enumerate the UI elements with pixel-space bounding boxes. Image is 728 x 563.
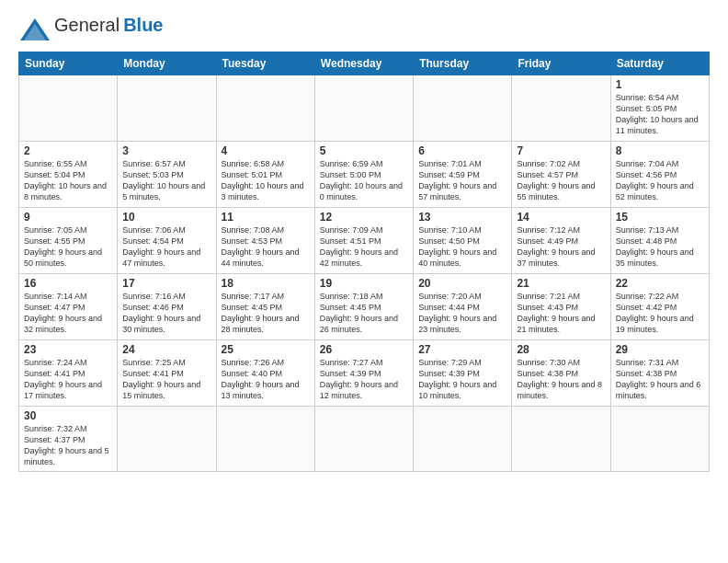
day-info: Sunrise: 6:55 AM Sunset: 5:04 PM Dayligh… — [24, 158, 112, 203]
calendar-day-cell: 17Sunrise: 7:16 AM Sunset: 4:46 PM Dayli… — [118, 274, 216, 340]
calendar-day-cell: 9Sunrise: 7:05 AM Sunset: 4:55 PM Daylig… — [19, 208, 118, 274]
day-info: Sunrise: 7:22 AM Sunset: 4:42 PM Dayligh… — [616, 291, 704, 336]
day-info: Sunrise: 7:12 AM Sunset: 4:49 PM Dayligh… — [517, 224, 605, 270]
calendar-day-cell: 5Sunrise: 6:59 AM Sunset: 5:00 PM Daylig… — [314, 142, 413, 208]
calendar-day-cell: 13Sunrise: 7:10 AM Sunset: 4:50 PM Dayli… — [414, 208, 512, 274]
day-number: 11 — [222, 211, 310, 224]
logo-blue: Blue — [123, 15, 163, 36]
day-number: 12 — [320, 211, 408, 224]
day-info: Sunrise: 7:05 AM Sunset: 4:55 PM Dayligh… — [24, 224, 112, 270]
day-info: Sunrise: 7:32 AM Sunset: 4:37 PM Dayligh… — [24, 423, 112, 468]
day-info: Sunrise: 7:02 AM Sunset: 4:57 PM Dayligh… — [517, 158, 605, 203]
day-number: 14 — [517, 211, 605, 224]
weekday-header-wednesday: Wednesday — [314, 52, 413, 75]
calendar-day-cell: 28Sunrise: 7:30 AM Sunset: 4:38 PM Dayli… — [512, 340, 610, 407]
day-number: 5 — [320, 144, 408, 157]
day-info: Sunrise: 6:59 AM Sunset: 5:00 PM Dayligh… — [320, 158, 408, 203]
day-info: Sunrise: 7:13 AM Sunset: 4:48 PM Dayligh… — [616, 224, 704, 270]
calendar-table: SundayMondayTuesdayWednesdayThursdayFrid… — [18, 52, 710, 472]
day-info: Sunrise: 7:26 AM Sunset: 4:40 PM Dayligh… — [222, 357, 310, 402]
weekday-header-thursday: Thursday — [414, 52, 512, 75]
page: General Blue SundayMondayTuesdayWednesda… — [0, 0, 728, 563]
calendar-day-cell: 18Sunrise: 7:17 AM Sunset: 4:45 PM Dayli… — [216, 274, 314, 340]
logo-text-area: General Blue — [54, 15, 164, 36]
calendar-week-row: 1Sunrise: 6:54 AM Sunset: 5:05 PM Daylig… — [19, 75, 710, 142]
logo-wrapper: General Blue — [18, 15, 164, 42]
calendar-day-cell: 12Sunrise: 7:09 AM Sunset: 4:51 PM Dayli… — [314, 208, 413, 274]
weekday-header-saturday: Saturday — [610, 52, 709, 75]
calendar-day-cell: 14Sunrise: 7:12 AM Sunset: 4:49 PM Dayli… — [512, 208, 610, 274]
day-info: Sunrise: 7:21 AM Sunset: 4:43 PM Dayligh… — [517, 291, 605, 336]
day-info: Sunrise: 7:04 AM Sunset: 4:56 PM Dayligh… — [616, 158, 704, 203]
day-number: 9 — [24, 211, 112, 224]
day-info: Sunrise: 7:18 AM Sunset: 4:45 PM Dayligh… — [320, 291, 408, 336]
day-number: 16 — [24, 277, 112, 290]
calendar-day-cell — [216, 75, 314, 142]
day-number: 24 — [122, 343, 210, 356]
day-info: Sunrise: 7:16 AM Sunset: 4:46 PM Dayligh… — [122, 291, 210, 336]
calendar-day-cell: 21Sunrise: 7:21 AM Sunset: 4:43 PM Dayli… — [512, 274, 610, 340]
day-number: 2 — [24, 144, 112, 157]
day-number: 6 — [418, 144, 506, 157]
calendar-week-row: 30Sunrise: 7:32 AM Sunset: 4:37 PM Dayli… — [19, 407, 710, 472]
day-info: Sunrise: 7:01 AM Sunset: 4:59 PM Dayligh… — [418, 158, 506, 203]
logo-general: General — [54, 15, 119, 36]
day-number: 22 — [616, 277, 704, 290]
day-number: 29 — [616, 343, 704, 356]
day-info: Sunrise: 7:17 AM Sunset: 4:45 PM Dayligh… — [222, 291, 310, 336]
weekday-header-tuesday: Tuesday — [216, 52, 314, 75]
calendar-day-cell: 2Sunrise: 6:55 AM Sunset: 5:04 PM Daylig… — [19, 142, 118, 208]
calendar-day-cell — [19, 75, 118, 142]
calendar-day-cell: 7Sunrise: 7:02 AM Sunset: 4:57 PM Daylig… — [512, 142, 610, 208]
day-number: 30 — [24, 409, 112, 422]
calendar-day-cell — [414, 407, 512, 472]
day-number: 8 — [616, 144, 704, 157]
day-number: 15 — [616, 211, 704, 224]
calendar-day-cell: 10Sunrise: 7:06 AM Sunset: 4:54 PM Dayli… — [118, 208, 216, 274]
weekday-header-row: SundayMondayTuesdayWednesdayThursdayFrid… — [19, 52, 710, 75]
calendar-day-cell — [314, 75, 413, 142]
logo-area: General Blue — [18, 15, 164, 42]
day-number: 18 — [222, 277, 310, 290]
calendar-day-cell: 20Sunrise: 7:20 AM Sunset: 4:44 PM Dayli… — [414, 274, 512, 340]
calendar-day-cell: 15Sunrise: 7:13 AM Sunset: 4:48 PM Dayli… — [610, 208, 709, 274]
calendar-day-cell — [118, 407, 216, 472]
calendar-day-cell: 16Sunrise: 7:14 AM Sunset: 4:47 PM Dayli… — [19, 274, 118, 340]
day-info: Sunrise: 7:10 AM Sunset: 4:50 PM Dayligh… — [418, 224, 506, 270]
calendar-day-cell: 24Sunrise: 7:25 AM Sunset: 4:41 PM Dayli… — [118, 340, 216, 407]
day-number: 4 — [222, 144, 310, 157]
calendar-day-cell — [512, 407, 610, 472]
day-info: Sunrise: 7:09 AM Sunset: 4:51 PM Dayligh… — [320, 224, 408, 270]
calendar-week-row: 9Sunrise: 7:05 AM Sunset: 4:55 PM Daylig… — [19, 208, 710, 274]
calendar-day-cell: 4Sunrise: 6:58 AM Sunset: 5:01 PM Daylig… — [216, 142, 314, 208]
day-number: 3 — [122, 144, 210, 157]
calendar-day-cell — [314, 407, 413, 472]
weekday-header-sunday: Sunday — [19, 52, 118, 75]
day-info: Sunrise: 6:58 AM Sunset: 5:01 PM Dayligh… — [222, 158, 310, 203]
calendar-day-cell: 3Sunrise: 6:57 AM Sunset: 5:03 PM Daylig… — [118, 142, 216, 208]
weekday-header-friday: Friday — [512, 52, 610, 75]
calendar-week-row: 16Sunrise: 7:14 AM Sunset: 4:47 PM Dayli… — [19, 274, 710, 340]
day-number: 7 — [517, 144, 605, 157]
calendar-day-cell: 19Sunrise: 7:18 AM Sunset: 4:45 PM Dayli… — [314, 274, 413, 340]
weekday-header-monday: Monday — [118, 52, 216, 75]
day-number: 17 — [122, 277, 210, 290]
day-number: 21 — [517, 277, 605, 290]
calendar-day-cell: 23Sunrise: 7:24 AM Sunset: 4:41 PM Dayli… — [19, 340, 118, 407]
day-number: 1 — [616, 78, 704, 91]
calendar-day-cell — [216, 407, 314, 472]
calendar-day-cell: 8Sunrise: 7:04 AM Sunset: 4:56 PM Daylig… — [610, 142, 709, 208]
day-info: Sunrise: 6:57 AM Sunset: 5:03 PM Dayligh… — [122, 158, 210, 203]
header: General Blue — [18, 15, 710, 42]
day-number: 28 — [517, 343, 605, 356]
calendar-day-cell: 22Sunrise: 7:22 AM Sunset: 4:42 PM Dayli… — [610, 274, 709, 340]
day-info: Sunrise: 7:14 AM Sunset: 4:47 PM Dayligh… — [24, 291, 112, 336]
day-info: Sunrise: 7:24 AM Sunset: 4:41 PM Dayligh… — [24, 357, 112, 402]
day-info: Sunrise: 7:30 AM Sunset: 4:38 PM Dayligh… — [517, 357, 605, 402]
day-info: Sunrise: 7:27 AM Sunset: 4:39 PM Dayligh… — [320, 357, 408, 402]
day-number: 25 — [222, 343, 310, 356]
day-number: 10 — [122, 211, 210, 224]
calendar-week-row: 23Sunrise: 7:24 AM Sunset: 4:41 PM Dayli… — [19, 340, 710, 407]
calendar-day-cell: 1Sunrise: 6:54 AM Sunset: 5:05 PM Daylig… — [610, 75, 709, 142]
calendar-day-cell: 30Sunrise: 7:32 AM Sunset: 4:37 PM Dayli… — [19, 407, 118, 472]
